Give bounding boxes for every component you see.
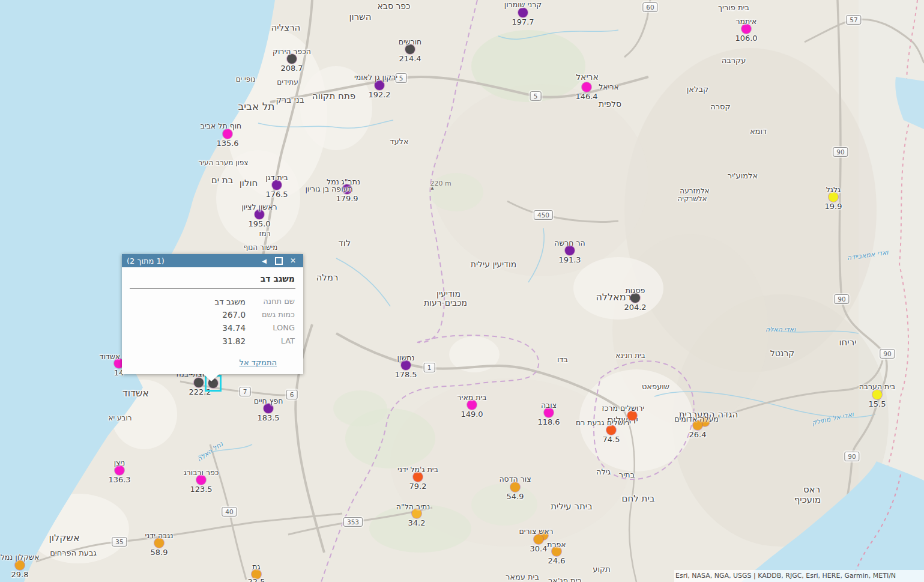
close-icon[interactable]: ✕ — [288, 255, 298, 266]
popup-field-row: LAT31.82 — [130, 335, 295, 348]
map-canvas[interactable]: השרוןכפר סבאהרצליהנופי יםעתידיםתל אביבבנ… — [0, 0, 924, 582]
popup-field-value: 267.0 — [130, 308, 246, 321]
popup-field-label: LONG — [246, 321, 295, 335]
zoom-to-link[interactable]: התמקד אל — [240, 358, 277, 367]
popup-attribute-table: שם תחנהמשגב דבכמות גשם267.0LONG34.74LAT3… — [130, 295, 295, 348]
popup-field-value: משגב דב — [130, 295, 246, 308]
dock-icon[interactable] — [273, 255, 284, 266]
popup-field-value: 34.74 — [130, 321, 246, 335]
popup-pagination: (1 מתוך 2) — [127, 256, 165, 265]
feature-popup: ✕ ◀ (1 מתוך 2) משגב דב שם תחנהמשגב דבכמו… — [122, 254, 303, 374]
popup-field-row: LONG34.74 — [130, 321, 295, 335]
popup-title: משגב דב — [122, 267, 303, 288]
popup-divider — [130, 288, 295, 289]
popup-field-label: שם תחנה — [246, 295, 295, 308]
popup-field-label: כמות גשם — [246, 308, 295, 321]
popup-header: ✕ ◀ (1 מתוך 2) — [122, 254, 303, 267]
map-attribution: Esri, NASA, NGA, USGS | KADDB, RJGC, Esr… — [674, 570, 924, 582]
popup-field-row: כמות גשם267.0 — [130, 308, 295, 321]
previous-feature-icon[interactable]: ◀ — [259, 255, 270, 266]
popup-arrow — [203, 374, 220, 381]
popup-field-value: 31.82 — [130, 335, 246, 348]
popup-field-label: LAT — [246, 335, 295, 348]
popup-field-row: שם תחנהמשגב דב — [130, 295, 295, 308]
